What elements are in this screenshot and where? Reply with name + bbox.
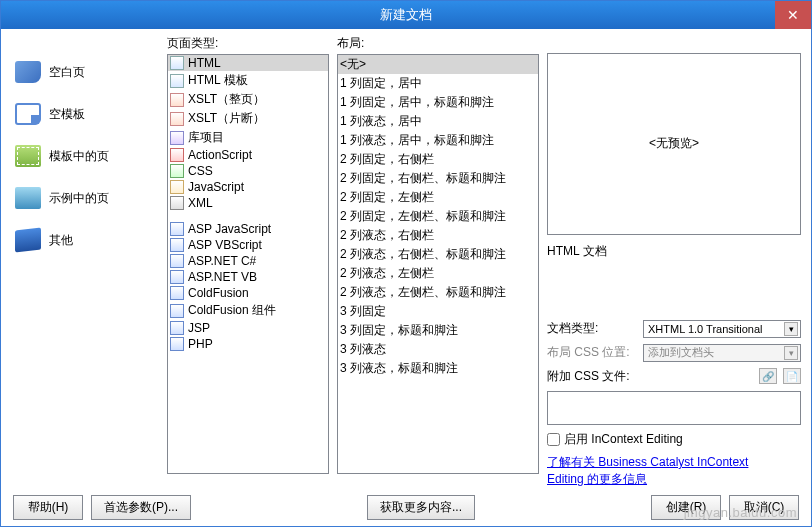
file-icon xyxy=(170,254,184,268)
list-item[interactable]: ASP JavaScript xyxy=(168,221,328,237)
nav-page-from-sample[interactable]: 示例中的页 xyxy=(11,181,159,223)
title-bar: 新建文档 ✕ xyxy=(1,1,811,29)
file-icon xyxy=(170,164,184,178)
nav-label: 模板中的页 xyxy=(49,148,109,165)
get-more-button[interactable]: 获取更多内容... xyxy=(367,495,475,520)
nav-label: 示例中的页 xyxy=(49,190,109,207)
list-item[interactable]: 2 列液态，左侧栏 xyxy=(338,264,538,283)
file-icon xyxy=(170,222,184,236)
list-item[interactable]: HTML xyxy=(168,55,328,71)
list-item[interactable]: 2 列液态，左侧栏、标题和脚注 xyxy=(338,283,538,302)
list-item[interactable]: ASP VBScript xyxy=(168,237,328,253)
layouts-list[interactable]: <无> 1 列固定，居中 1 列固定，居中，标题和脚注 1 列液态，居中 1 列… xyxy=(337,54,539,474)
list-item[interactable]: CSS xyxy=(168,163,328,179)
layouts-header: 布局: xyxy=(337,35,539,52)
list-item[interactable]: ColdFusion xyxy=(168,285,328,301)
list-item[interactable]: 2 列固定，左侧栏、标题和脚注 xyxy=(338,207,538,226)
layoutcss-select: 添加到文档头 ▾ xyxy=(643,344,801,362)
nav-label: 空白页 xyxy=(49,64,85,81)
list-item[interactable]: JSP xyxy=(168,320,328,336)
nav-label: 其他 xyxy=(49,232,73,249)
list-item[interactable]: ActionScript xyxy=(168,147,328,163)
list-item[interactable]: 2 列固定，左侧栏 xyxy=(338,188,538,207)
list-item[interactable]: PHP xyxy=(168,336,328,352)
chevron-down-icon: ▾ xyxy=(784,322,798,336)
blank-template-icon xyxy=(15,103,41,125)
link-css-button[interactable]: 🔗 xyxy=(759,368,777,384)
description-text: HTML 文档 xyxy=(547,243,801,260)
file-icon xyxy=(170,112,184,126)
preview-box: <无预览> xyxy=(547,53,801,235)
window-title: 新建文档 xyxy=(380,6,432,24)
list-item[interactable]: XSLT（片断） xyxy=(168,109,328,128)
learn-more-link[interactable]: Editing 的更多信息 xyxy=(547,472,647,486)
pagetypes-list[interactable]: HTML HTML 模板 XSLT（整页） XSLT（片断） 库项目 Actio… xyxy=(167,54,329,474)
file-icon xyxy=(170,196,184,210)
file-icon xyxy=(170,286,184,300)
create-button[interactable]: 创建(R) xyxy=(651,495,721,520)
list-item[interactable]: 1 列固定，居中，标题和脚注 xyxy=(338,93,538,112)
list-item[interactable]: XSLT（整页） xyxy=(168,90,328,109)
list-item[interactable]: 1 列液态，居中 xyxy=(338,112,538,131)
file-icon xyxy=(170,321,184,335)
file-icon xyxy=(170,131,184,145)
file-icon xyxy=(170,304,184,318)
list-item[interactable]: 3 列固定 xyxy=(338,302,538,321)
file-icon xyxy=(170,56,184,70)
list-item[interactable]: <无> xyxy=(338,55,538,74)
nav-label: 空模板 xyxy=(49,106,85,123)
help-button[interactable]: 帮助(H) xyxy=(13,495,83,520)
list-item[interactable]: ASP.NET VB xyxy=(168,269,328,285)
list-item[interactable]: 1 列液态，居中，标题和脚注 xyxy=(338,131,538,150)
list-item[interactable]: 库项目 xyxy=(168,128,328,147)
no-preview-text: <无预览> xyxy=(649,135,699,152)
list-item[interactable]: 3 列液态，标题和脚注 xyxy=(338,359,538,378)
blank-page-icon xyxy=(15,61,41,83)
attachcss-label: 附加 CSS 文件: xyxy=(547,368,637,385)
browse-css-button[interactable]: 📄 xyxy=(783,368,801,384)
template-page-icon xyxy=(15,145,41,167)
file-icon xyxy=(170,148,184,162)
chevron-down-icon: ▾ xyxy=(784,346,798,360)
list-item[interactable]: 2 列液态，右侧栏 xyxy=(338,226,538,245)
cancel-button[interactable]: 取消(C) xyxy=(729,495,799,520)
learn-more-link[interactable]: 了解有关 Business Catalyst InContext xyxy=(547,455,748,469)
doctype-label: 文档类型: xyxy=(547,320,637,337)
list-item[interactable]: 2 列固定，右侧栏 xyxy=(338,150,538,169)
list-item[interactable]: JavaScript xyxy=(168,179,328,195)
list-item[interactable]: HTML 模板 xyxy=(168,71,328,90)
category-nav: 空白页 空模板 模板中的页 示例中的页 其他 xyxy=(11,35,159,488)
pagetypes-header: 页面类型: xyxy=(167,35,329,52)
file-icon xyxy=(170,180,184,194)
sample-page-icon xyxy=(15,187,41,209)
incontext-checkbox[interactable] xyxy=(547,433,560,446)
preferences-button[interactable]: 首选参数(P)... xyxy=(91,495,191,520)
list-item[interactable]: ASP.NET C# xyxy=(168,253,328,269)
list-item[interactable]: 2 列固定，右侧栏、标题和脚注 xyxy=(338,169,538,188)
nav-blank-template[interactable]: 空模板 xyxy=(11,97,159,139)
nav-blank-page[interactable]: 空白页 xyxy=(11,55,159,97)
doctype-select[interactable]: XHTML 1.0 Transitional ▾ xyxy=(643,320,801,338)
list-item[interactable]: XML xyxy=(168,195,328,211)
nav-page-from-template[interactable]: 模板中的页 xyxy=(11,139,159,181)
list-item[interactable]: 3 列固定，标题和脚注 xyxy=(338,321,538,340)
footer-bar: 帮助(H) 首选参数(P)... 获取更多内容... 创建(R) 取消(C) xyxy=(1,488,811,526)
file-icon xyxy=(170,238,184,252)
list-item[interactable]: 1 列固定，居中 xyxy=(338,74,538,93)
file-icon xyxy=(170,270,184,284)
nav-other[interactable]: 其他 xyxy=(11,223,159,265)
list-item[interactable]: 3 列液态 xyxy=(338,340,538,359)
file-icon xyxy=(170,93,184,107)
list-item[interactable]: ColdFusion 组件 xyxy=(168,301,328,320)
other-icon xyxy=(15,228,41,253)
list-item[interactable]: 2 列液态，右侧栏、标题和脚注 xyxy=(338,245,538,264)
file-icon xyxy=(170,74,184,88)
attached-css-list[interactable] xyxy=(547,391,801,425)
close-button[interactable]: ✕ xyxy=(775,1,811,29)
file-icon xyxy=(170,337,184,351)
incontext-label: 启用 InContext Editing xyxy=(564,431,683,448)
layoutcss-label: 布局 CSS 位置: xyxy=(547,344,637,361)
